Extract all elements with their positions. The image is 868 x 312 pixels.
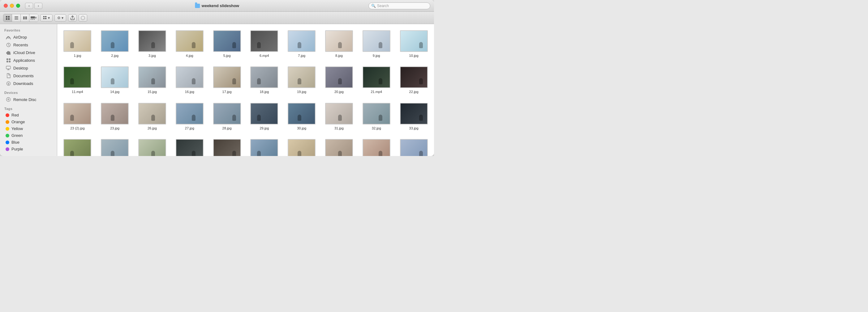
column-view-button[interactable] xyxy=(21,14,29,22)
sidebar-item-downloads[interactable]: Downloads xyxy=(1,80,56,87)
svg-rect-5 xyxy=(14,18,18,18)
thumbnail-figure xyxy=(419,115,423,121)
toolbar: ▾ ⚙ ▾ xyxy=(0,12,434,24)
file-item-f40[interactable]: 40.jpg xyxy=(210,138,244,156)
file-name-f6: 6.mp4 xyxy=(259,54,269,58)
svg-rect-1 xyxy=(8,16,9,18)
thumbnail-figure xyxy=(419,42,423,48)
list-view-button[interactable] xyxy=(12,14,21,22)
file-item-f39[interactable]: 39.jpg xyxy=(172,138,207,156)
file-item-f23[interactable]: 23.jpg xyxy=(98,102,132,132)
file-item-f32[interactable]: 32.jpg xyxy=(359,102,394,132)
share-button[interactable] xyxy=(68,14,77,22)
file-item-f29[interactable]: 29.jpg xyxy=(247,102,281,132)
file-item-f42[interactable]: 42.jpg xyxy=(285,138,319,156)
thumbnail-figure xyxy=(232,115,236,121)
thumbnail-figure xyxy=(70,115,74,121)
file-item-f8[interactable]: 8.jpg xyxy=(322,29,356,59)
file-item-f26[interactable]: 26.jpg xyxy=(135,102,169,132)
file-item-f45[interactable]: 45.jpg xyxy=(397,138,431,156)
file-thumbnail-f23 xyxy=(101,103,129,125)
file-item-f22[interactable]: 22.jpg xyxy=(397,65,431,95)
file-item-f16[interactable]: 16.jpg xyxy=(172,65,207,95)
file-name-f10: 10.jpg xyxy=(409,54,418,58)
sidebar-item-desktop[interactable]: Desktop xyxy=(1,64,56,72)
file-item-f4[interactable]: 4.jpg xyxy=(172,29,207,59)
sidebar-item-tag-purple[interactable]: Purple xyxy=(1,146,56,152)
thumbnail-figure xyxy=(232,78,236,84)
file-item-f11[interactable]: 11.mp4 xyxy=(60,65,95,95)
svg-rect-22 xyxy=(9,58,10,60)
tag-button[interactable] xyxy=(79,14,87,22)
file-item-f14[interactable]: 14.jpg xyxy=(98,65,132,95)
sidebar-item-tag-orange[interactable]: Orange xyxy=(1,118,56,125)
file-item-f21[interactable]: 21.mp4 xyxy=(359,65,394,95)
search-bar[interactable]: 🔍 Search xyxy=(368,2,430,9)
thumbnail-figure xyxy=(151,78,155,84)
file-item-f34[interactable]: 34.jpg xyxy=(60,138,95,156)
main-content: Favorites AirDrop xyxy=(0,24,434,156)
file-item-f36[interactable]: 36.jpg xyxy=(135,138,169,156)
minimize-button[interactable] xyxy=(10,4,14,8)
file-thumbnail-f26 xyxy=(138,103,166,125)
forward-button[interactable]: › xyxy=(34,3,42,9)
file-thumbnail-f14 xyxy=(101,66,129,88)
action-button[interactable]: ⚙ ▾ xyxy=(55,14,66,22)
file-item-f3[interactable]: 3.jpg xyxy=(135,29,169,59)
sidebar-item-airdrop[interactable]: AirDrop xyxy=(1,33,56,41)
file-item-f28[interactable]: 28.jpg xyxy=(210,102,244,132)
file-item-f7[interactable]: 7.jpg xyxy=(285,29,319,59)
maximize-button[interactable] xyxy=(16,4,20,8)
sidebar-item-icloud[interactable]: iCloud Drive xyxy=(1,49,56,56)
thumbnail-figure xyxy=(298,151,301,156)
file-item-f30[interactable]: 30.jpg xyxy=(285,102,319,132)
file-thumbnail-f9 xyxy=(363,30,391,52)
file-item-f35[interactable]: 35.jpg xyxy=(98,138,132,156)
sidebar-item-remote-disc[interactable]: Remote Disc xyxy=(1,96,56,103)
sidebar-item-documents[interactable]: Documents xyxy=(1,72,56,79)
thumbnail-figure xyxy=(232,42,236,48)
icon-view-button[interactable] xyxy=(3,14,12,22)
file-item-f41[interactable]: 41.jpg xyxy=(247,138,281,156)
file-item-f17[interactable]: 17.jpg xyxy=(210,65,244,95)
file-item-f33[interactable]: 33.jpg xyxy=(397,102,431,132)
sidebar-item-tag-yellow[interactable]: Yellow xyxy=(1,126,56,132)
file-item-f18[interactable]: 18.jpg xyxy=(247,65,281,95)
file-item-f44[interactable]: 44.jpg xyxy=(359,138,394,156)
sidebar-item-applications[interactable]: Applications xyxy=(1,57,56,64)
file-item-f6[interactable]: 6.mp4 xyxy=(247,29,281,59)
file-item-f15[interactable]: 15.jpg xyxy=(135,65,169,95)
file-item-f20[interactable]: 20.jpg xyxy=(322,65,356,95)
file-item-f43[interactable]: 43.jpg xyxy=(322,138,356,156)
file-item-f2[interactable]: 2.jpg xyxy=(98,29,132,59)
blue-dot xyxy=(6,141,9,144)
thumbnail-figure xyxy=(379,42,382,48)
file-item-f9[interactable]: 9.jpg xyxy=(359,29,394,59)
sidebar-item-tag-red[interactable]: Red xyxy=(1,112,56,118)
thumbnail-figure xyxy=(111,115,115,121)
thumbnail-figure xyxy=(151,42,155,48)
sidebar-item-tag-blue[interactable]: Blue xyxy=(1,139,56,145)
sort-button[interactable]: ▾ xyxy=(40,14,53,22)
thumbnail-figure xyxy=(419,151,423,156)
sidebar-item-tag-green[interactable]: Green xyxy=(1,132,56,139)
thumbnail-figure xyxy=(111,78,115,84)
svg-point-27 xyxy=(6,98,10,102)
file-item-f19[interactable]: 19.jpg xyxy=(285,65,319,95)
sort-dropdown-arrow: ▾ xyxy=(48,16,50,20)
file-name-f5: 5.jpg xyxy=(223,54,231,58)
search-placeholder: Search xyxy=(377,4,389,8)
back-button[interactable]: ‹ xyxy=(25,3,33,9)
sidebar-item-recents[interactable]: Recents xyxy=(1,41,56,48)
file-item-f10[interactable]: 10.jpg xyxy=(397,29,431,59)
file-item-f1[interactable]: 1.jpg xyxy=(60,29,95,59)
file-thumbnail-f1 xyxy=(63,30,91,52)
file-item-f23b[interactable]: 23 (2).jpg xyxy=(60,102,95,132)
file-item-f5[interactable]: 5.jpg xyxy=(210,29,244,59)
file-item-f27[interactable]: 27.jpg xyxy=(172,102,207,132)
gallery-view-button[interactable] xyxy=(29,14,38,22)
sidebar-item-label-blue: Blue xyxy=(11,140,20,145)
file-item-f31[interactable]: 31.jpg xyxy=(322,102,356,132)
close-button[interactable] xyxy=(4,4,8,8)
file-thumbnail-f23b xyxy=(63,103,91,125)
